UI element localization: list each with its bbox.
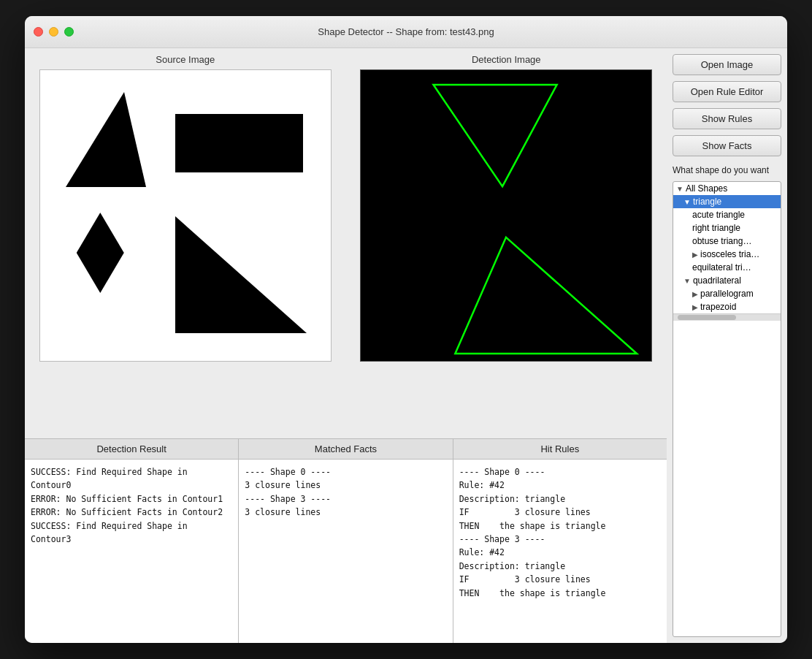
label-obtuse-triangle: obtuse triang… <box>692 236 751 246</box>
hr-line-0: ---- Shape 0 ---- <box>459 465 661 479</box>
app-window: Shape Detector -- Shape from: test43.png… <box>25 16 787 643</box>
matched-facts-content: ---- Shape 0 ---- 3 closure lines ---- S… <box>239 460 452 643</box>
right-sidebar: Open Image Open Rule Editor Show Rules S… <box>667 48 787 643</box>
images-row: Source Image Detection Image <box>25 48 667 438</box>
label-equilateral-triangle: equilateral tri… <box>692 262 751 273</box>
open-rule-editor-button[interactable]: Open Rule Editor <box>673 81 781 102</box>
tree-item-obtuse-triangle[interactable]: obtuse triang… <box>673 235 781 248</box>
hit-rules-panel: Hit Rules ---- Shape 0 ---- Rule: #42 De… <box>453 439 667 643</box>
label-trapezoid: trapezoid <box>700 302 736 312</box>
shape-diamond <box>77 213 124 293</box>
titlebar: Shape Detector -- Shape from: test43.png <box>25 16 787 48</box>
dr-line-0: SUCCESS: Find Required Shape in Contour0 <box>31 465 232 492</box>
left-panel: Source Image Detection Image <box>25 48 667 643</box>
traffic-lights <box>34 27 74 37</box>
label-triangle: triangle <box>693 197 721 207</box>
arrow-triangle: ▼ <box>683 198 691 206</box>
hr-line-9: THEN the shape is triangle <box>459 587 661 600</box>
shape-tree[interactable]: ▼ All Shapes ▼ triangle acute triangle r… <box>673 181 781 637</box>
tree-item-parallelogram[interactable]: ▶ parallelogram <box>673 287 781 300</box>
matched-facts-panel: Matched Facts ---- Shape 0 ---- 3 closur… <box>239 439 453 643</box>
tree-item-equilateral-triangle[interactable]: equilateral tri… <box>673 261 781 274</box>
tree-label: What shape do you want <box>673 165 781 175</box>
matched-facts-header: Matched Facts <box>239 439 452 460</box>
arrow-trapezoid: ▶ <box>692 303 698 311</box>
svg-marker-1 <box>456 237 637 354</box>
mf-line-3: 3 closure lines <box>245 506 446 519</box>
detection-svg <box>361 70 651 361</box>
source-image-label: Source Image <box>156 54 215 65</box>
hit-rules-content: ---- Shape 0 ---- Rule: #42 Description:… <box>453 460 667 643</box>
hr-line-4: THEN the shape is triangle <box>459 519 661 533</box>
hr-line-6: Rule: #42 <box>459 546 661 559</box>
close-button[interactable] <box>34 27 43 37</box>
detection-result-content: SUCCESS: Find Required Shape in Contour0… <box>25 460 238 643</box>
dr-line-2: ERROR: No Sufficient Facts in Contour2 <box>31 506 232 519</box>
open-image-button[interactable]: Open Image <box>673 54 781 75</box>
hr-line-8: IF 3 closure lines <box>459 573 661 586</box>
svg-marker-0 <box>434 85 557 186</box>
label-quadrilateral: quadrilateral <box>693 275 741 286</box>
label-acute-triangle: acute triangle <box>692 210 745 220</box>
shape-rectangle <box>175 114 303 172</box>
arrow-all-shapes: ▼ <box>676 185 683 193</box>
arrow-parallelogram: ▶ <box>692 290 698 298</box>
tree-item-trapezoid[interactable]: ▶ trapezoid <box>673 300 781 313</box>
minimize-button[interactable] <box>49 27 58 37</box>
source-image-container <box>39 69 332 362</box>
tree-item-triangle[interactable]: ▼ triangle <box>673 195 781 208</box>
detection-result-panel: Detection Result SUCCESS: Find Required … <box>25 439 239 643</box>
show-rules-button[interactable]: Show Rules <box>673 108 781 129</box>
label-isosceles-triangle: isosceles tria… <box>700 249 759 259</box>
arrow-quadrilateral: ▼ <box>683 277 691 285</box>
tree-item-quadrilateral[interactable]: ▼ quadrilateral <box>673 274 781 287</box>
scrollbar-thumb <box>678 315 736 320</box>
dr-line-3: SUCCESS: Find Required Shape in Contour3 <box>31 519 232 546</box>
window-title: Shape Detector -- Shape from: test43.png <box>318 26 494 37</box>
mf-line-2: ---- Shape 3 ---- <box>245 492 446 506</box>
detection-image-container <box>360 69 652 362</box>
tree-item-right-triangle[interactable]: right triangle <box>673 221 781 235</box>
show-facts-button[interactable]: Show Facts <box>673 135 781 156</box>
bottom-panels: Detection Result SUCCESS: Find Required … <box>25 438 667 643</box>
label-right-triangle: right triangle <box>692 223 740 233</box>
shape-triangle-top <box>66 92 146 187</box>
hr-line-5: ---- Shape 3 ---- <box>459 533 661 546</box>
hr-line-2: Description: triangle <box>459 492 661 506</box>
mf-line-1: 3 closure lines <box>245 479 446 492</box>
shape-triangle-bottom <box>175 216 307 333</box>
hr-line-7: Description: triangle <box>459 560 661 573</box>
mf-line-0: ---- Shape 0 ---- <box>245 465 446 479</box>
main-content: Source Image Detection Image <box>25 48 787 643</box>
detection-image-section: Detection Image <box>346 48 667 438</box>
hr-line-3: IF 3 closure lines <box>459 506 661 519</box>
tree-item-all-shapes[interactable]: ▼ All Shapes <box>673 182 781 195</box>
maximize-button[interactable] <box>64 27 74 37</box>
source-image-section: Source Image <box>25 48 346 438</box>
hit-rules-header: Hit Rules <box>453 439 667 460</box>
detection-result-header: Detection Result <box>25 439 238 460</box>
arrow-isosceles: ▶ <box>692 251 698 259</box>
label-parallelogram: parallelogram <box>700 289 754 299</box>
label-all-shapes: All Shapes <box>686 183 727 194</box>
tree-item-isosceles-triangle[interactable]: ▶ isosceles tria… <box>673 248 781 261</box>
dr-line-1: ERROR: No Sufficient Facts in Contour1 <box>31 492 232 506</box>
tree-scrollbar[interactable] <box>673 313 781 321</box>
detection-image-label: Detection Image <box>472 54 541 65</box>
hr-line-1: Rule: #42 <box>459 479 661 492</box>
tree-item-acute-triangle[interactable]: acute triangle <box>673 208 781 221</box>
